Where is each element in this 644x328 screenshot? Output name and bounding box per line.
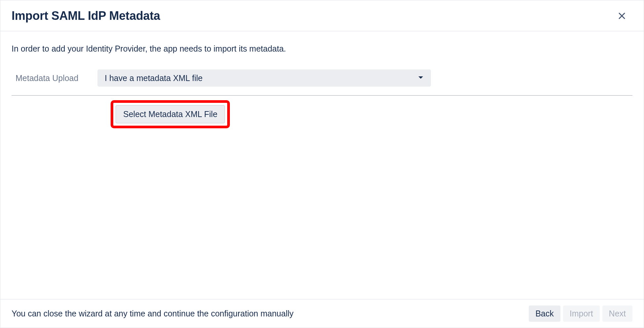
metadata-upload-row: Metadata Upload I have a metadata XML fi… [12,69,632,96]
next-button[interactable]: Next [602,306,632,322]
highlight-frame: Select Metadata XML File [111,100,230,128]
import-button[interactable]: Import [563,306,600,322]
metadata-upload-selected-text: I have a metadata XML file [105,73,202,83]
import-saml-idp-dialog: Import SAML IdP Metadata In order to add… [0,0,644,328]
metadata-upload-select[interactable]: I have a metadata XML file [97,69,431,87]
file-select-row: Select Metadata XML File [12,100,632,128]
back-button[interactable]: Back [529,306,560,322]
close-icon[interactable] [617,11,627,21]
dialog-header: Import SAML IdP Metadata [0,0,644,31]
dialog-title: Import SAML IdP Metadata [12,9,160,23]
select-metadata-file-button[interactable]: Select Metadata XML File [116,105,225,123]
dialog-footer: You can close the wizard at any time and… [0,299,644,328]
footer-hint: You can close the wizard at any time and… [12,309,294,318]
dialog-body: In order to add your Identity Provider, … [0,31,644,299]
footer-buttons: Back Import Next [529,306,632,322]
metadata-upload-label: Metadata Upload [12,73,84,83]
intro-text: In order to add your Identity Provider, … [12,44,632,54]
metadata-upload-select-wrap: I have a metadata XML file [97,69,431,87]
